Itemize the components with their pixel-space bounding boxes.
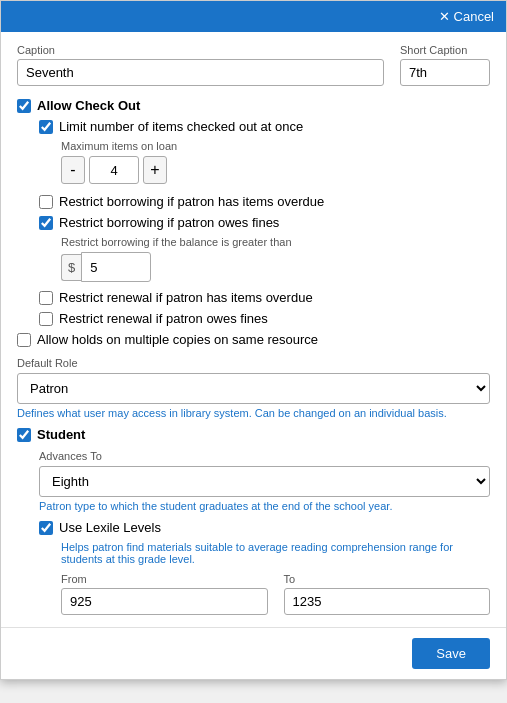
restrict-renewal-fines-label[interactable]: Restrict renewal if patron owes fines (59, 311, 268, 326)
restrict-renewal-fines-checkbox[interactable] (39, 312, 53, 326)
close-icon: ✕ (439, 9, 450, 24)
default-role-label: Default Role (17, 357, 78, 369)
caption-input[interactable] (17, 59, 384, 86)
stepper-minus-button[interactable]: - (61, 156, 85, 184)
advances-to-label: Advances To (39, 450, 102, 462)
short-caption-label: Short Caption (400, 44, 490, 56)
default-role-select[interactable]: Patron Staff Admin (17, 373, 490, 404)
max-items-label: Maximum items on loan (61, 140, 490, 152)
restrict-fines-label[interactable]: Restrict borrowing if patron owes fines (59, 215, 279, 230)
restrict-renewal-overdue-label[interactable]: Restrict renewal if patron has items ove… (59, 290, 313, 305)
to-label: To (284, 573, 491, 585)
balance-label: Restrict borrowing if the balance is gre… (61, 236, 490, 248)
to-group: To (284, 573, 491, 615)
use-lexile-checkbox[interactable] (39, 521, 53, 535)
allow-holds-row: Allow holds on multiple copies on same r… (17, 332, 490, 347)
allow-check-out-checkbox[interactable] (17, 99, 31, 113)
modal-header: ✕ Cancel (1, 1, 506, 32)
allow-check-out-row: Allow Check Out (17, 98, 490, 113)
save-button[interactable]: Save (412, 638, 490, 669)
modal-body: Caption Short Caption Allow Check Out Li… (1, 32, 506, 627)
allow-holds-label[interactable]: Allow holds on multiple copies on same r… (37, 332, 318, 347)
balance-input-row: $ (61, 252, 490, 282)
use-lexile-row: Use Lexile Levels (39, 520, 490, 535)
cancel-button[interactable]: ✕ Cancel (439, 9, 494, 24)
advances-to-select[interactable]: Eighth Ninth Tenth (39, 466, 490, 497)
restrict-fines-row: Restrict borrowing if patron owes fines (39, 215, 490, 230)
restrict-renewal-overdue-row: Restrict renewal if patron has items ove… (39, 290, 490, 305)
stepper-plus-button[interactable]: + (143, 156, 167, 184)
restrict-overdue-label[interactable]: Restrict borrowing if patron has items o… (59, 194, 324, 209)
modal-container: ✕ Cancel Caption Short Caption Allow Che… (0, 0, 507, 680)
short-caption-group: Short Caption (400, 44, 490, 86)
student-row: Student (17, 427, 490, 442)
stepper-row: - + (61, 156, 490, 184)
from-input[interactable] (61, 588, 268, 615)
to-input[interactable] (284, 588, 491, 615)
max-items-input[interactable] (89, 156, 139, 184)
allow-check-out-label[interactable]: Allow Check Out (37, 98, 140, 113)
short-caption-input[interactable] (400, 59, 490, 86)
modal-footer: Save (1, 627, 506, 679)
allow-holds-checkbox[interactable] (17, 333, 31, 347)
student-label[interactable]: Student (37, 427, 85, 442)
cancel-label: Cancel (454, 9, 494, 24)
caption-row: Caption Short Caption (17, 44, 490, 86)
from-label: From (61, 573, 268, 585)
limit-items-row: Limit number of items checked out at onc… (39, 119, 490, 134)
from-group: From (61, 573, 268, 615)
limit-items-checkbox[interactable] (39, 120, 53, 134)
caption-label: Caption (17, 44, 384, 56)
use-lexile-label[interactable]: Use Lexile Levels (59, 520, 161, 535)
lexile-hint: Helps patron find materials suitable to … (61, 541, 490, 565)
restrict-renewal-fines-row: Restrict renewal if patron owes fines (39, 311, 490, 326)
caption-group: Caption (17, 44, 384, 86)
default-role-hint: Defines what user may access in library … (17, 407, 490, 419)
restrict-fines-checkbox[interactable] (39, 216, 53, 230)
limit-items-label[interactable]: Limit number of items checked out at onc… (59, 119, 303, 134)
advances-to-hint: Patron type to which the student graduat… (39, 500, 490, 512)
restrict-renewal-overdue-checkbox[interactable] (39, 291, 53, 305)
balance-input[interactable] (81, 252, 151, 282)
dollar-sign: $ (61, 254, 81, 281)
restrict-overdue-row: Restrict borrowing if patron has items o… (39, 194, 490, 209)
student-checkbox[interactable] (17, 428, 31, 442)
restrict-overdue-checkbox[interactable] (39, 195, 53, 209)
